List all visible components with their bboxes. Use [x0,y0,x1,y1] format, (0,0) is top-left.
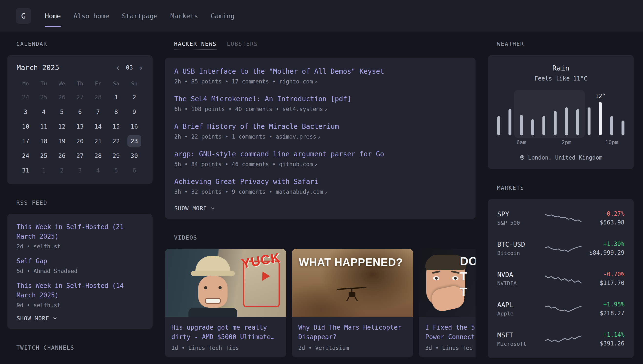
news-item-title[interactable]: The SeL4 Microkernel: An Introduction [p… [174,95,466,103]
calendar-day: 7 [89,104,107,119]
sparkline-chart [545,302,581,316]
market-row-spy[interactable]: SPYS&P 500-0.27%$563.98 [497,203,624,233]
calendar-prev-button[interactable]: ‹ [116,64,120,72]
market-name: S&P 500 [497,220,545,226]
weather-widget: Rain Feels like 11°C 12° 6am2pm10pm Lond… [488,55,634,169]
news-item: A Brief History of the Miracle Bacterium… [174,122,466,140]
rss-item-title[interactable]: Self Gap [17,256,143,266]
calendar-day: 5 [53,104,71,119]
news-item-title[interactable]: A Brief History of the Miracle Bacterium [174,122,466,130]
news-item-source-link[interactable]: sel4.systems [282,106,323,112]
news-item-stats: 2h • 85 points • 17 comments • [174,78,279,85]
calendar-day: 16 [125,119,143,134]
weather-hour-bar [621,120,624,136]
market-row-msft[interactable]: MSFTMicrosoft+1.14%$391.26 [497,324,624,354]
helicopter-icon [336,285,368,302]
rss-item-title[interactable]: This Week in Self-Hosted (21 March 2025) [17,222,143,241]
calendar-weekday-label: Mo [17,77,35,90]
video-thumbnail: WHAT HAPPENED? [292,249,413,317]
calendar-section-title: CALENDAR [16,41,153,47]
news-item-stats: 2h • 22 points • 1 comments • [174,134,276,140]
news-item: argp: GNU-style command line argument pa… [174,150,466,167]
news-item-stats: 6h • 108 points • 40 comments • [174,106,282,112]
news-item-source-link[interactable]: matanabudy.com [276,188,323,195]
video-card[interactable]: YUCK His upgrade got me really dirty - A… [165,249,286,358]
calendar-day: 9 [125,104,143,119]
video-title[interactable]: His upgrade got me really dirty - AMD $5… [171,324,275,340]
calendar-day-today: 23 [125,134,143,148]
news-show-more-button[interactable]: SHOW MORE [174,205,466,212]
weather-hour-tick: 2pm [562,139,571,146]
calendar-day: 29 [107,148,125,163]
news-item-title[interactable]: Achieving Great Privacy with Safari [174,178,466,186]
tab-lobsters[interactable]: LOBSTERS [227,41,258,47]
video-title[interactable]: I Fixed the 5 Power Connect [425,324,475,340]
rss-item-meta: 9d • selfh.st [17,302,143,308]
news-item-meta: 2h • 85 points • 17 comments • righto.co… [174,78,466,85]
calendar-day: 25 [35,90,53,104]
nav-tab-also-home[interactable]: Also home [74,0,109,32]
weather-section-title: WEATHER [497,41,634,47]
calendar-day: 25 [35,148,53,163]
market-ticker: BTC-USD [497,240,545,248]
rss-item-meta: 5d • Ahmad Shadeed [17,268,143,274]
calendar-day: 5 [107,163,125,178]
app-logo[interactable]: G [16,8,31,24]
weather-current-hour-bar [599,102,602,136]
external-link-icon: ↗ [314,79,317,85]
calendar-day: 6 [71,104,89,119]
news-item-source-link[interactable]: righto.com [279,78,313,85]
market-row-btc-usd[interactable]: BTC-USDBitcoin+1.39%$84,999.29 [497,233,624,264]
news-item-meta: 5h • 84 points • 46 comments • github.co… [174,161,466,167]
video-thumbnail: DO T T [419,249,475,317]
rss-section-title: RSS FEED [16,200,153,206]
tab-hacker-news[interactable]: HACKER NEWS [174,41,217,50]
nav-tabs: HomeAlso homeStartpageMarketsGaming [45,0,235,32]
external-link-icon: ↗ [318,134,321,140]
rss-show-more-button[interactable]: SHOW MORE [17,315,143,322]
markets-section-title: MARKETS [497,185,634,191]
location-pin-icon [519,155,525,160]
video-card[interactable]: DO T TI Fixed the 5 Power Connect3d • Li… [419,249,475,358]
calendar-weekday-label: Su [125,77,143,90]
chevron-down-icon [210,206,215,211]
nav-tab-gaming[interactable]: Gaming [211,0,235,32]
middle-column: HACKER NEWS LOBSTERS A USB Interface to … [165,41,475,359]
calendar-day: 12 [53,119,71,134]
calendar-day: 18 [35,134,53,148]
calendar-day: 4 [89,163,107,178]
weather-hour-bar [565,107,568,136]
videos-widget: YUCK His upgrade got me really dirty - A… [165,249,475,358]
market-row-nvda[interactable]: NVDANVIDIA-0.70%$117.70 [497,264,624,294]
calendar-next-button[interactable]: › [138,64,143,72]
market-ticker: MSFT [497,331,545,339]
market-change: -0.70% [581,271,624,278]
video-card[interactable]: WHAT HAPPENED?Why Did The Mars Helicopte… [292,249,413,358]
market-price: $218.27 [581,310,624,317]
calendar-day: 24 [17,90,35,104]
nav-tab-home[interactable]: Home [45,0,61,32]
calendar-day: 1 [35,163,53,178]
rss-item-title[interactable]: This Week in Self-Hosted (14 March 2025) [17,281,143,300]
calendar-day: 28 [89,148,107,163]
hacker-news-widget: A USB Interface to the "Mother of All De… [165,58,475,219]
left-column: CALENDAR March 2025 ‹ 03 › MoTuWeThFrSaS… [7,41,153,359]
calendar-day: 27 [71,148,89,163]
news-item-title[interactable]: A USB Interface to the "Mother of All De… [174,67,466,76]
top-nav: G HomeAlso homeStartpageMarketsGaming [0,0,643,32]
calendar-day: 22 [107,134,125,148]
news-item-source-link[interactable]: asimov.press [276,134,316,140]
rss-item: This Week in Self-Hosted (14 March 2025)… [17,281,143,308]
weather-location: London, United Kingdom [528,154,602,161]
nav-tab-markets[interactable]: Markets [170,0,198,32]
news-item: The SeL4 Microkernel: An Introduction [p… [174,95,466,112]
calendar-day: 30 [125,148,143,163]
news-item-source-link[interactable]: github.com [279,161,313,167]
video-title[interactable]: Why Did The Mars Helicopter Disappear? [298,324,402,340]
weather-hour-bar [554,111,556,136]
nav-tab-startpage[interactable]: Startpage [122,0,158,32]
video-meta: 3d • Linus Tec [425,345,475,351]
news-item-title[interactable]: argp: GNU-style command line argument pa… [174,150,466,158]
market-name: Bitcoin [497,250,545,256]
market-row-aapl[interactable]: AAPLApple+1.95%$218.27 [497,294,624,324]
